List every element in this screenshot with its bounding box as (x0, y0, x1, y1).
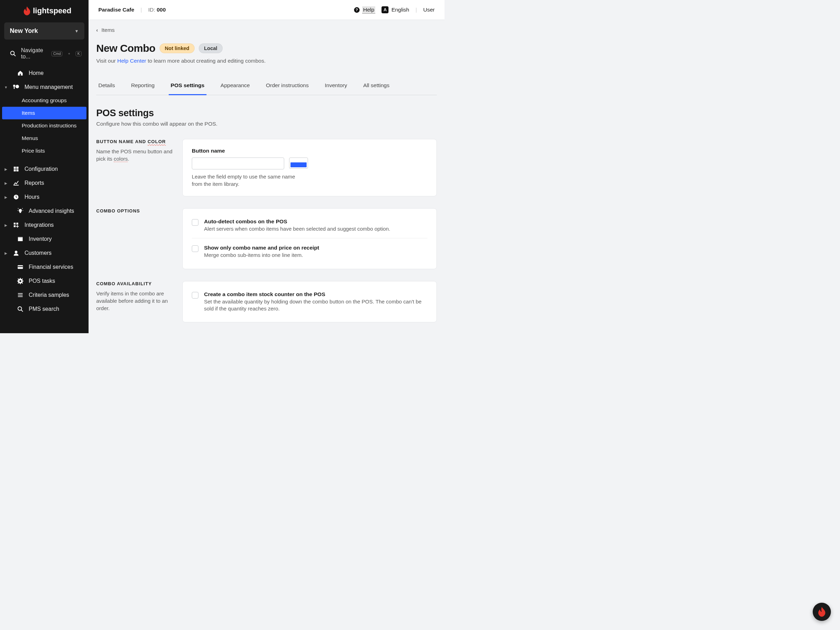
opt-stock-title: Create a combo item stock counter on the… (204, 291, 427, 297)
nav-inventory[interactable]: Inventory (0, 232, 88, 246)
nav-advanced-insights[interactable]: Advanced insights (0, 204, 88, 218)
kbd-cmd: Cmd (51, 51, 62, 56)
svg-line-39 (21, 310, 23, 311)
id-value: 000 (157, 7, 166, 13)
language-selector[interactable]: A English (382, 6, 409, 13)
nav-customers-label: Customers (25, 250, 51, 256)
tab-pos-settings[interactable]: POS settings (169, 77, 207, 95)
lightbulb-icon (17, 208, 24, 215)
help-icon: ? (354, 7, 360, 13)
id-label: ID: (148, 7, 155, 13)
nav-items[interactable]: Items (2, 107, 87, 119)
group-heading-combo-options: COMBO OPTIONS (96, 208, 172, 213)
tab-appearance[interactable]: Appearance (218, 77, 252, 95)
nav-integrations[interactable]: ▶ Integrations (0, 218, 88, 232)
svg-line-32 (22, 283, 23, 284)
svg-line-1 (14, 54, 16, 56)
nav-config-label: Configuration (25, 166, 58, 172)
user-menu[interactable]: User (423, 7, 435, 13)
group-heading-button-name: BUTTON NAME AND COLOR (96, 139, 172, 144)
clock-icon (13, 194, 20, 201)
svg-point-2 (16, 85, 19, 88)
nav-reports[interactable]: ▶ Reports (0, 176, 88, 190)
nav-reports-label: Reports (25, 180, 44, 186)
search-icon (17, 306, 24, 313)
svg-rect-6 (16, 167, 19, 169)
nav-search[interactable]: Navigate to... Cmd + K (0, 43, 88, 65)
svg-line-15 (22, 208, 23, 209)
svg-rect-18 (14, 226, 16, 227)
button-name-input[interactable] (192, 158, 284, 169)
caret-down-icon: ▼ (4, 85, 8, 89)
svg-rect-5 (14, 167, 16, 169)
page-subtitle: Visit our Help Center to learn more abou… (96, 58, 437, 64)
chevron-left-icon: ‹ (96, 27, 98, 33)
svg-rect-16 (14, 223, 16, 224)
card-button-name: Button name Leave the field empty to use… (182, 139, 437, 196)
nav-search-placeholder: Navigate to... (21, 47, 47, 60)
nav-postasks-label: POS tasks (29, 278, 55, 284)
color-swatch (291, 163, 306, 167)
sidebar: lightspeed New York ▼ Navigate to... Cmd… (0, 0, 88, 333)
nav-criteria-samples[interactable]: Criteria samples (0, 288, 88, 302)
breadcrumb-back[interactable]: ‹ Items (96, 27, 437, 33)
checkbox-auto-detect[interactable] (192, 219, 199, 226)
svg-line-33 (18, 283, 19, 284)
gear-icon (17, 278, 24, 284)
caret-right-icon: ▶ (4, 181, 8, 185)
group-desc-button-name: Name the POS menu button and pick its co… (96, 148, 172, 163)
svg-rect-7 (14, 169, 16, 172)
nav-pos-tasks[interactable]: POS tasks (0, 274, 88, 288)
color-picker[interactable] (289, 158, 308, 169)
separator: | (415, 7, 417, 13)
svg-rect-20 (18, 237, 23, 238)
box-icon (17, 235, 24, 243)
field-help-button-name: Leave the field empty to use the same na… (192, 173, 304, 188)
svg-line-31 (18, 279, 19, 279)
location-selector[interactable]: New York ▼ (4, 22, 84, 39)
nav-production-instructions[interactable]: Production instructions (0, 119, 88, 132)
help-center-link[interactable]: Help Center (117, 58, 146, 64)
home-icon (17, 69, 24, 77)
nav-pms-search[interactable]: PMS search (0, 302, 88, 316)
nav-menus[interactable]: Menus (0, 132, 88, 145)
help-link[interactable]: ? Help (354, 6, 376, 14)
nav-insights-label: Advanced insights (29, 208, 74, 214)
nav-configuration[interactable]: ▶ Configuration (0, 162, 88, 176)
section-subtitle: Configure how this combo will appear on … (96, 121, 437, 127)
caret-right-icon: ▶ (4, 223, 8, 227)
checkbox-show-only-name[interactable] (192, 245, 199, 252)
nav-financial-services[interactable]: Financial services (0, 260, 88, 274)
svg-point-21 (15, 251, 17, 253)
badge-local: Local (199, 43, 223, 53)
nav-home[interactable]: Home (0, 66, 88, 80)
svg-rect-11 (20, 212, 21, 213)
nav-menu-management[interactable]: ▼ Menu management (0, 80, 88, 94)
opt-stock-desc: Set the available quantity by holding do… (204, 298, 427, 313)
topbar: Paradise Cafe | ID: 000 ? Help A English… (88, 0, 445, 20)
tab-all-settings[interactable]: All settings (361, 77, 392, 95)
tab-reporting[interactable]: Reporting (129, 77, 156, 95)
nav-hours-label: Hours (25, 194, 39, 200)
kbd-plus: + (68, 52, 70, 56)
nav-customers[interactable]: ▶ Customers (0, 246, 88, 260)
tab-details[interactable]: Details (96, 77, 117, 95)
location-name: New York (10, 27, 38, 35)
apps-icon (13, 221, 20, 229)
content-scroll[interactable]: ‹ Items New Combo Not linked Local Visit… (88, 20, 445, 333)
caret-right-icon: ▶ (4, 195, 8, 199)
checkbox-stock-counter[interactable] (192, 292, 199, 298)
tab-inventory[interactable]: Inventory (323, 77, 349, 95)
opt-auto-detect-title: Auto-detect combos on the POS (204, 218, 427, 225)
tab-order-instructions[interactable]: Order instructions (264, 77, 311, 95)
nav-hours[interactable]: ▶ Hours (0, 190, 88, 204)
grid-icon (13, 166, 20, 172)
opt-show-only-title: Show only combo name and price on receip… (204, 245, 427, 251)
badge-not-linked: Not linked (159, 43, 194, 53)
svg-point-26 (19, 280, 21, 282)
list-icon (17, 292, 24, 298)
svg-point-10 (19, 209, 22, 212)
nav-price-lists[interactable]: Price lists (0, 145, 88, 157)
group-heading-combo-availability: COMBO AVAILABILITY (96, 281, 172, 286)
nav-accounting-groups[interactable]: Accounting groups (0, 94, 88, 107)
